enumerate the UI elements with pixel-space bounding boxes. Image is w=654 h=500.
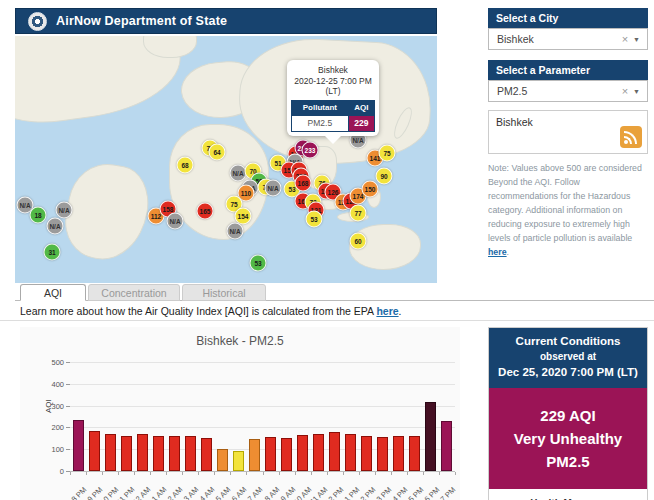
parameter-caret-down-icon[interactable]: ▼ — [633, 88, 647, 95]
chart-gridline — [70, 362, 455, 363]
y-axis-tick — [66, 384, 70, 385]
x-axis-tick — [295, 472, 296, 475]
x-axis-tick — [279, 472, 280, 475]
chart-bar[interactable] — [377, 437, 388, 471]
cc-datetime: Dec 25, 2020 7:00 PM (LT) — [493, 364, 643, 381]
chart-bar[interactable] — [169, 436, 180, 471]
x-axis-tick — [311, 472, 312, 475]
x-axis-tick — [86, 472, 87, 475]
x-axis-tick — [407, 472, 408, 475]
chart-gridline — [70, 406, 455, 407]
x-axis-label: 7 PM — [451, 478, 469, 496]
map-marker[interactable]: 168 — [295, 175, 312, 192]
city-caret-down-icon[interactable]: ▼ — [633, 36, 647, 43]
city-select[interactable]: Bishkek × ▼ — [488, 28, 648, 50]
map-marker[interactable]: N/A — [265, 180, 282, 197]
tab-historical[interactable]: Historical — [182, 284, 266, 301]
y-axis-tick-label: 400 — [38, 380, 64, 389]
popup-pollutant-value: PM2.5 — [292, 115, 349, 131]
chart-bar[interactable] — [329, 432, 340, 471]
map-marker[interactable]: N/A — [167, 213, 184, 230]
y-axis-tick — [66, 406, 70, 407]
map-marker[interactable]: 18 — [30, 207, 47, 224]
chart-bar[interactable] — [265, 437, 276, 471]
parameter-select[interactable]: PM2.5 × ▼ — [488, 80, 648, 102]
x-axis-tick — [391, 472, 392, 475]
chart-bar[interactable] — [105, 434, 116, 471]
chart-bar[interactable] — [185, 436, 196, 471]
cc-aqi-pollutant: PM2.5 — [495, 450, 641, 473]
map-marker[interactable]: N/A — [56, 202, 73, 219]
map-marker[interactable]: 233 — [302, 142, 319, 159]
popup-col-pollutant: Pollutant — [292, 100, 349, 115]
chart-bar[interactable] — [249, 439, 260, 471]
chart-bar[interactable] — [137, 434, 148, 471]
chart-bar[interactable] — [233, 451, 244, 471]
x-axis-tick — [118, 472, 119, 475]
parameter-select-value: PM2.5 — [489, 85, 617, 97]
map-marker[interactable]: 150 — [362, 181, 379, 198]
cc-aqi-value: 229 AQI — [495, 404, 641, 427]
chart-bar[interactable] — [89, 431, 100, 471]
chart-bar[interactable] — [73, 420, 84, 471]
map-marker[interactable]: 53 — [250, 255, 267, 272]
chart-gridline — [70, 427, 455, 428]
chart-bar[interactable] — [409, 436, 420, 471]
chart-bar[interactable] — [281, 438, 292, 471]
app-title: AirNow Department of State — [56, 14, 227, 28]
x-axis-tick — [214, 472, 215, 475]
y-axis-tick-label: 100 — [38, 445, 64, 454]
popup-table: Pollutant AQI PM2.5 229 — [291, 100, 375, 132]
map-marker[interactable]: 75 — [379, 145, 396, 162]
popup-timezone: (LT) — [291, 86, 375, 97]
chart-bar[interactable] — [217, 449, 228, 471]
map-marker[interactable]: 68 — [177, 157, 194, 174]
x-axis-tick — [263, 472, 264, 475]
chart-bar[interactable] — [297, 435, 308, 471]
chart-bar[interactable] — [201, 438, 212, 471]
map-marker[interactable]: N/A — [47, 218, 64, 235]
map-marker[interactable]: 90 — [376, 168, 393, 185]
chart-bar[interactable] — [441, 421, 452, 471]
note-here-link[interactable]: here — [488, 247, 507, 257]
chart-bar[interactable] — [121, 436, 132, 471]
app-header: AirNow Department of State — [15, 8, 437, 34]
map-popup: Bishkek 2020-12-25 7:00 PM (LT) Pollutan… — [287, 60, 379, 136]
chart-bar[interactable] — [425, 402, 436, 471]
chart-bar[interactable] — [313, 434, 324, 471]
parameter-clear-icon[interactable]: × — [617, 85, 633, 97]
city-clear-icon[interactable]: × — [617, 33, 633, 45]
map-marker[interactable]: 60 — [350, 233, 367, 250]
rss-city-label: Bishkek — [496, 116, 533, 128]
chart-bar[interactable] — [345, 434, 356, 471]
map-marker[interactable]: 77 — [350, 205, 367, 222]
map-marker[interactable]: 53 — [306, 211, 323, 228]
dos-seal-icon — [28, 12, 47, 31]
x-axis-tick — [150, 472, 151, 475]
epa-link[interactable]: here — [376, 305, 398, 317]
map-marker[interactable]: 31 — [44, 244, 61, 261]
map-marker[interactable]: N/A — [227, 223, 244, 240]
chart-bar[interactable] — [393, 436, 404, 471]
x-axis-tick — [134, 472, 135, 475]
tab-bar: AQI Concentration Historical — [15, 284, 654, 301]
chart-bar[interactable] — [153, 436, 164, 471]
world-map[interactable]: N/A18N/AN/A31687064112158N/A165N/A7050N/… — [15, 36, 437, 283]
x-axis-tick — [423, 472, 424, 475]
tab-concentration[interactable]: Concentration — [88, 284, 180, 301]
x-axis-tick — [246, 472, 247, 475]
cc-health-section: Health Message AQI values between 201 an… — [489, 489, 647, 500]
rss-icon[interactable] — [620, 126, 642, 148]
chart-bar[interactable] — [361, 436, 372, 471]
chart-title: Bishkek - PM2.5 — [20, 334, 460, 348]
map-marker[interactable]: 64 — [209, 144, 226, 161]
learn-more-text: Learn more about how the Air Quality Ind… — [20, 305, 402, 317]
current-conditions-panel: Current Conditions observed at Dec 25, 2… — [488, 327, 648, 500]
map-marker[interactable]: 165 — [197, 203, 214, 220]
aqi-bar-chart: Bishkek - PM2.5 AQI 01002003004005008 PM… — [20, 327, 460, 500]
note-suffix: . — [507, 247, 509, 257]
x-axis-tick — [70, 472, 71, 475]
tab-aqi[interactable]: AQI — [20, 284, 86, 301]
x-axis-tick — [182, 472, 183, 475]
cc-observed-at: observed at — [493, 350, 643, 364]
